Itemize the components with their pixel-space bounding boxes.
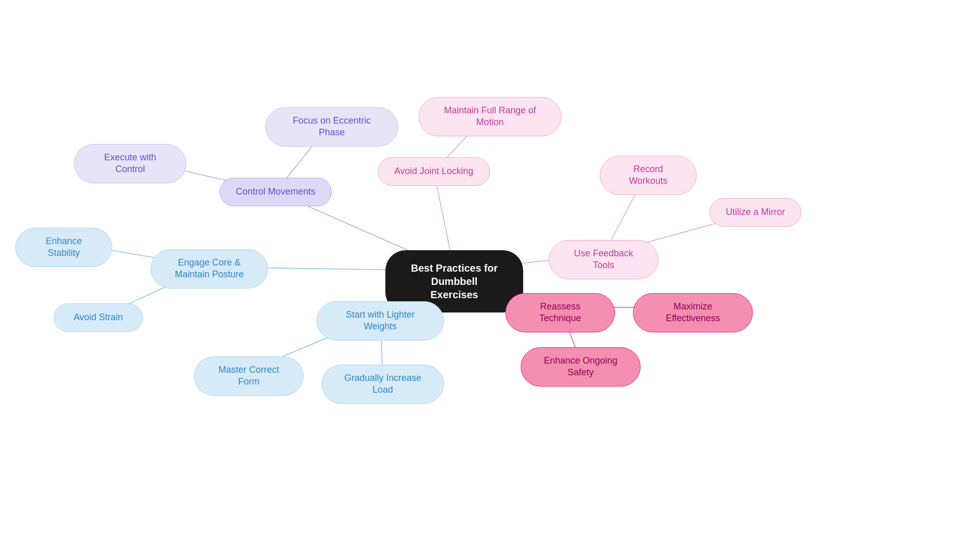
master-form-node: Master Correct Form — [194, 356, 304, 396]
enhance-safety-node: Enhance Ongoing Safety — [521, 347, 641, 387]
reassess-technique-node: Reassess Technique — [505, 293, 615, 332]
avoid-joint-node: Avoid Joint Locking — [378, 157, 490, 186]
gradually-increase-node: Gradually Increase Load — [322, 365, 444, 404]
record-workouts-node: Record Workouts — [600, 156, 697, 195]
maximize-effectiveness-node: Maximize Effectiveness — [633, 293, 753, 332]
start-lighter-node: Start with Lighter Weights — [316, 301, 444, 341]
execute-control-node: Execute with Control — [74, 144, 186, 183]
enhance-stability-node: Enhance Stability — [15, 228, 112, 267]
maintain-range-node: Maintain Full Range of Motion — [419, 97, 561, 136]
avoid-strain-node: Avoid Strain — [54, 303, 143, 332]
control-movements-node: Control Movements — [219, 178, 332, 206]
utilize-mirror-node: Utilize a Mirror — [709, 198, 801, 227]
mindmap-container: Best Practices for Dumbbell ExercisesCon… — [0, 0, 980, 553]
engage-core-node: Engage Core & Maintain Posture — [151, 249, 268, 288]
focus-eccentric-node: Focus on Eccentric Phase — [265, 107, 398, 147]
use-feedback-node: Use Feedback Tools — [549, 240, 658, 279]
